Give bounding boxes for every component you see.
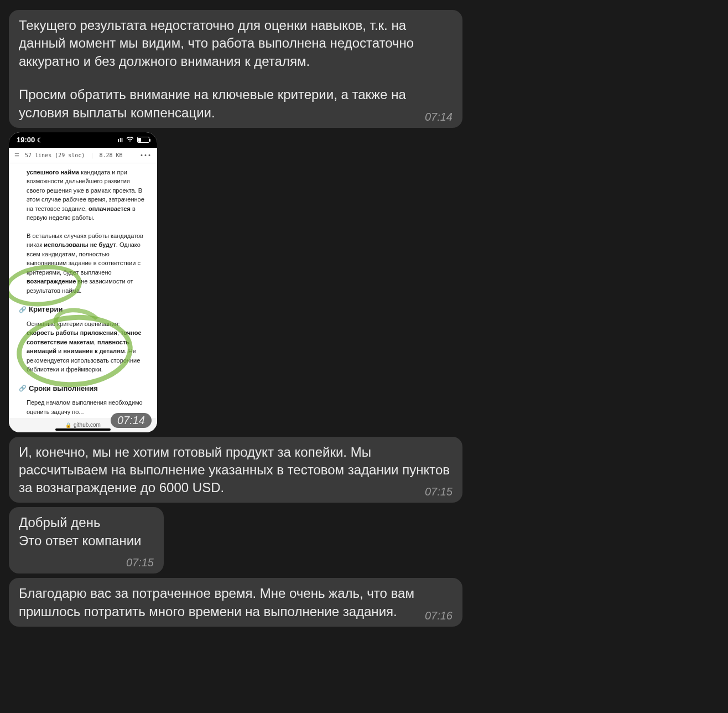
- document-body: успешного найма кандидата и при возможно…: [9, 163, 157, 418]
- phone-status-bar: 19:00 ☾ ıll: [9, 132, 157, 148]
- link-icon: 🔗: [19, 384, 27, 393]
- link-icon: 🔗: [19, 305, 27, 314]
- battery-icon: [137, 137, 149, 143]
- incoming-message[interactable]: Текущего результата недостаточно для оце…: [9, 10, 462, 128]
- lock-icon: 🔒: [65, 422, 71, 428]
- status-time: 19:00: [17, 136, 35, 144]
- url-text: github.com: [74, 422, 101, 428]
- signal-icon: ıll: [118, 137, 123, 143]
- message-time: 07:14: [111, 413, 152, 428]
- message-time: 07:15: [425, 484, 453, 499]
- message-time: 07:15: [126, 555, 154, 570]
- home-indicator: [55, 428, 111, 431]
- message-time: 07:16: [425, 608, 453, 623]
- file-size: 8.28 KB: [99, 152, 122, 158]
- wifi-icon: [126, 137, 134, 143]
- moon-icon: ☾: [37, 137, 43, 143]
- message-time: 07:14: [425, 110, 453, 125]
- incoming-message[interactable]: Благодарю вас за потраченное время. Мне …: [9, 578, 462, 626]
- phone-screenshot: 19:00 ☾ ıll ☰ 57 lines (29 sloc) | 8.28 …: [9, 132, 157, 432]
- more-icon: •••: [140, 152, 152, 158]
- list-icon: ☰: [14, 152, 19, 158]
- message-list: Текущего результата недостаточно для оце…: [9, 10, 719, 627]
- message-text: Благодарю вас за потраченное время. Мне …: [19, 586, 414, 618]
- incoming-message[interactable]: И, конечно, мы не хотим готовый продукт …: [9, 437, 462, 503]
- incoming-message[interactable]: Добрый день Это ответ компании 07:15: [9, 507, 164, 574]
- message-text: Это ответ компании: [19, 533, 142, 548]
- message-text: Добрый день: [19, 515, 100, 530]
- message-text: Текущего результата недостаточно для оце…: [19, 17, 453, 70]
- github-file-header: ☰ 57 lines (29 sloc) | 8.28 KB •••: [9, 148, 157, 163]
- section-heading-deadline: 🔗Сроки выполнения: [27, 383, 146, 394]
- message-text: Просим обратить внимание на ключевые кри…: [19, 87, 406, 120]
- image-attachment[interactable]: 19:00 ☾ ıll ☰ 57 lines (29 sloc) | 8.28 …: [9, 132, 157, 432]
- file-lines: 57 lines (29 sloc): [25, 152, 85, 158]
- message-text: И, конечно, мы не хотим готовый продукт …: [19, 445, 450, 495]
- section-heading-criteria: 🔗Критерии: [27, 304, 146, 315]
